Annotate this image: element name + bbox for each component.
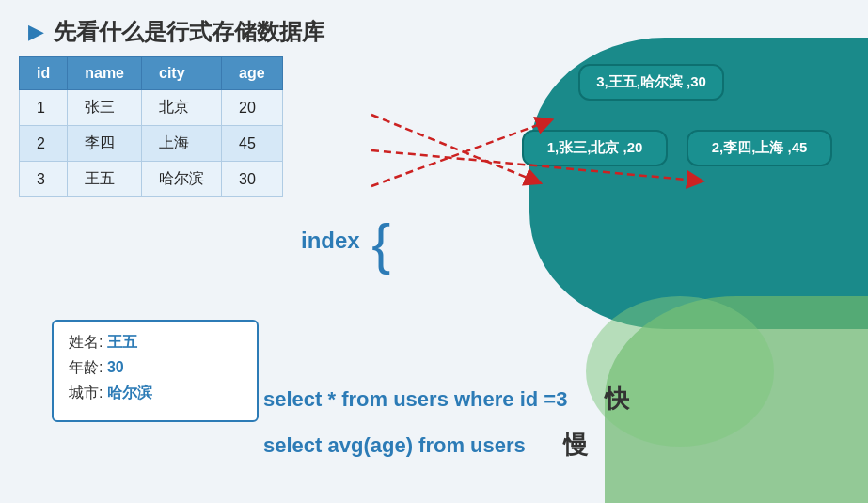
database-table-section: id name city age 1 张三 北京 20 2 李四 上海 45 xyxy=(19,56,283,197)
sql-query-2: select avg(age) from users 慢 xyxy=(263,429,629,462)
result-city-value: 哈尔滨 xyxy=(107,385,152,401)
title-arrow-icon: ▶ xyxy=(28,20,44,44)
result-name-line: 姓名: 王五 xyxy=(69,333,242,353)
col-header-id: id xyxy=(20,57,68,90)
sql-speed-2: 慢 xyxy=(563,429,588,462)
sql-text-2: select avg(age) from users xyxy=(263,433,526,458)
cell-id-2: 2 xyxy=(20,126,68,162)
svg-line-2 xyxy=(371,115,534,181)
result-age-line: 年龄: 30 xyxy=(69,358,242,378)
sql-query-1: select * from users where id =3 快 xyxy=(263,383,629,416)
index-area: index { xyxy=(301,216,390,273)
sql-speed-1: 快 xyxy=(605,383,629,416)
cell-age-1: 20 xyxy=(222,90,283,126)
col-header-age: age xyxy=(222,57,283,90)
cell-age-3: 30 xyxy=(222,162,283,197)
result-name-value: 王五 xyxy=(107,334,137,350)
cell-age-2: 45 xyxy=(222,126,283,162)
cell-id-1: 1 xyxy=(20,90,68,126)
cell-city-1: 北京 xyxy=(142,90,222,126)
storage-area: 3,王五,哈尔滨 ,30 1,张三,北京 ,20 2,李四,上海 ,45 xyxy=(522,45,851,224)
cell-name-3: 王五 xyxy=(68,162,142,197)
storage-block-3: 3,王五,哈尔滨 ,30 xyxy=(578,64,724,101)
table-row: 1 张三 北京 20 xyxy=(20,90,283,126)
col-header-city: city xyxy=(142,57,222,90)
cell-city-3: 哈尔滨 xyxy=(142,162,222,197)
sql-section: select * from users where id =3 快 select… xyxy=(263,383,629,475)
result-age-value: 30 xyxy=(107,359,124,375)
sql-text-1: select * from users where id =3 xyxy=(263,387,567,412)
col-header-name: name xyxy=(68,57,142,90)
result-age-label: 年龄: xyxy=(69,359,103,375)
index-label: index xyxy=(301,228,360,253)
result-city-line: 城市: 哈尔滨 xyxy=(69,384,242,403)
result-box: 姓名: 王五 年龄: 30 城市: 哈尔滨 xyxy=(52,320,259,422)
database-table: id name city age 1 张三 北京 20 2 李四 上海 45 xyxy=(19,56,283,197)
cell-name-2: 李四 xyxy=(68,126,142,162)
table-row: 3 王五 哈尔滨 30 xyxy=(20,162,283,197)
table-row: 2 李四 上海 45 xyxy=(20,126,283,162)
cell-name-1: 张三 xyxy=(68,90,142,126)
index-bracket-icon: { xyxy=(371,216,390,273)
cell-id-3: 3 xyxy=(20,162,68,197)
result-name-label: 姓名: xyxy=(69,334,103,350)
cell-city-2: 上海 xyxy=(142,126,222,162)
result-city-label: 城市: xyxy=(69,385,103,401)
storage-block-1: 1,张三,北京 ,20 xyxy=(522,130,668,166)
svg-line-1 xyxy=(371,122,545,186)
storage-block-2: 2,李四,上海 ,45 xyxy=(687,130,832,166)
page-title: 先看什么是行式存储数据库 xyxy=(54,17,324,47)
